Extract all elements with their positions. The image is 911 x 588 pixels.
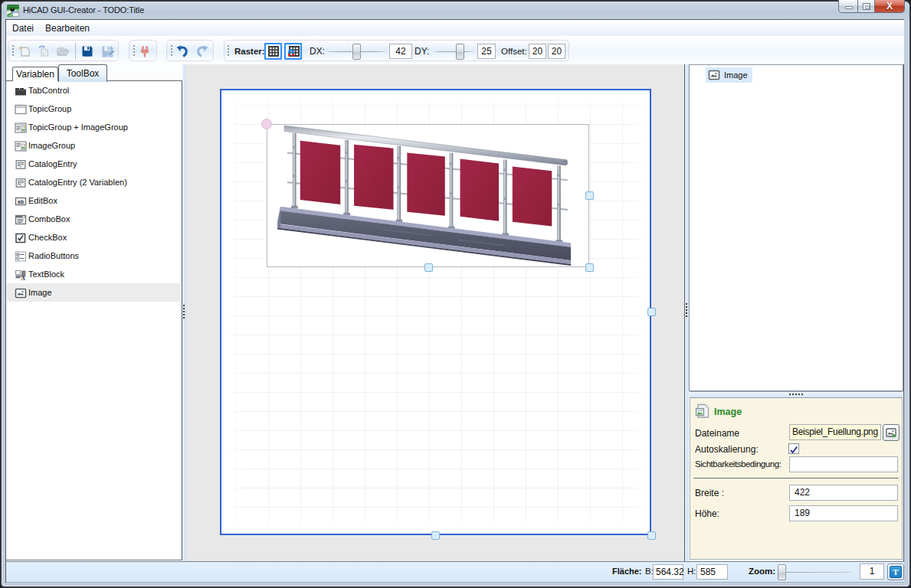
svg-text:A: A bbox=[21, 275, 26, 282]
svg-text:ab: ab bbox=[18, 199, 24, 204]
